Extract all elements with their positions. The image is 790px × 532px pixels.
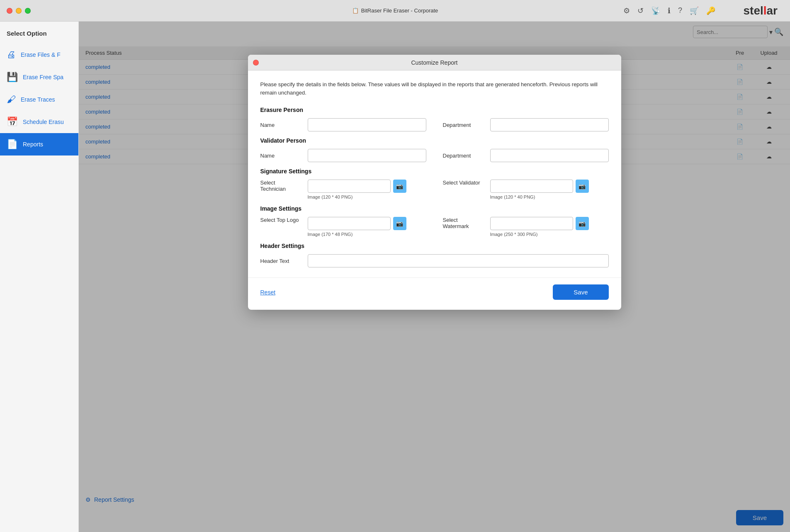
- key-icon[interactable]: 🔑: [706, 6, 715, 15]
- technician-hint: Image (120 * 40 PNG): [308, 194, 406, 199]
- image-section-title: Image Settings: [260, 205, 609, 212]
- erasure-name-label: Name: [260, 122, 302, 128]
- erasure-name-group: Name: [260, 118, 426, 131]
- info-icon[interactable]: ℹ: [668, 6, 671, 15]
- settings-icon[interactable]: ⚙: [623, 6, 630, 15]
- erasure-person-row: Name Department: [260, 118, 609, 131]
- erasure-dept-group: Department: [443, 118, 609, 131]
- header-text-label: Header Text: [260, 258, 302, 264]
- erasure-dept-label: Department: [443, 122, 484, 128]
- modal-description: Please specify the details in the fields…: [260, 80, 609, 97]
- modal-overlay: Customize Report Please specify the deta…: [79, 22, 790, 532]
- app-icon: 📋: [352, 7, 359, 14]
- reports-icon: 📄: [7, 139, 18, 150]
- validator-name-input[interactable]: [308, 149, 426, 162]
- technician-file-input[interactable]: [308, 180, 391, 193]
- sidebar-item-label: Erase Files & F: [21, 51, 61, 58]
- technician-input-row: 📷: [308, 180, 406, 193]
- watermark-file-input[interactable]: [490, 217, 573, 230]
- help-icon[interactable]: ?: [678, 6, 682, 15]
- top-logo-file-wrap: 📷 Image (170 * 48 PNG): [308, 217, 406, 237]
- watermark-file-wrap: 📷 Image (250 * 300 PNG): [490, 217, 589, 237]
- modal-save-button[interactable]: Save: [553, 284, 608, 300]
- header-text-row: Header Text: [260, 254, 609, 267]
- reset-button[interactable]: Reset: [260, 289, 276, 296]
- refresh-icon[interactable]: ↺: [637, 6, 644, 15]
- top-logo-hint: Image (170 * 48 PNG): [308, 232, 406, 237]
- header-section-title: Header Settings: [260, 243, 609, 249]
- main-content: ▾ 🔍 Process Status Pre Upload completed …: [79, 22, 790, 532]
- sidebar-heading: Select Option: [0, 30, 78, 44]
- modal-body: Please specify the details in the fields…: [248, 70, 621, 277]
- watermark-group: Select Watermark 📷 Image (250 * 300 PNG): [443, 217, 609, 237]
- sidebar-item-schedule-erase[interactable]: 📅 Schedule Erasu: [0, 111, 78, 133]
- titlebar: 📋 BitRaser File Eraser - Corporate ⚙ ↺ 📡…: [0, 0, 790, 22]
- toolbar: ⚙ ↺ 📡 ℹ ? 🛒 🔑: [623, 6, 715, 15]
- validator-name-label: Name: [260, 153, 302, 159]
- validator-name-group: Name: [260, 149, 426, 162]
- app-body: Select Option 🖨 Erase Files & F 💾 Erase …: [0, 22, 790, 532]
- top-logo-browse-button[interactable]: 📷: [393, 217, 406, 230]
- sidebar-item-erase-files[interactable]: 🖨 Erase Files & F: [0, 44, 78, 66]
- validator-hint: Image (120 * 40 PNG): [490, 194, 589, 199]
- window-controls: [7, 8, 31, 14]
- schedule-icon: 📅: [7, 117, 18, 127]
- sidebar-item-label: Erase Traces: [21, 96, 55, 103]
- customize-report-modal: Customize Report Please specify the deta…: [248, 55, 621, 310]
- validator-person-row: Name Department: [260, 149, 609, 162]
- technician-label: Select Technician: [260, 180, 302, 192]
- validator-dept-input[interactable]: [490, 149, 609, 162]
- technician-file-wrap: 📷 Image (120 * 40 PNG): [308, 180, 406, 199]
- validator-dept-label: Department: [443, 153, 484, 159]
- modal-titlebar: Customize Report: [248, 55, 621, 70]
- sidebar-item-label: Erase Free Spa: [23, 74, 63, 80]
- sidebar-item-erase-free-space[interactable]: 💾 Erase Free Spa: [0, 66, 78, 88]
- watermark-hint: Image (250 * 300 PNG): [490, 232, 589, 237]
- validator-dept-group: Department: [443, 149, 609, 162]
- top-logo-file-input[interactable]: [308, 217, 391, 230]
- top-logo-label: Select Top Logo: [260, 217, 302, 223]
- watermark-label: Select Watermark: [443, 217, 484, 229]
- technician-file-group: Select Technician 📷 Image (120 * 40 PNG): [260, 180, 426, 199]
- sidebar-item-label: Reports: [23, 141, 43, 148]
- validator-browse-button[interactable]: 📷: [576, 180, 589, 193]
- validator-person-section-title: Validator Person: [260, 137, 609, 144]
- erase-traces-icon: 🖌: [7, 94, 16, 105]
- erase-space-icon: 💾: [7, 72, 18, 83]
- maximize-button[interactable]: [25, 8, 31, 14]
- sidebar-item-erase-traces[interactable]: 🖌 Erase Traces: [0, 88, 78, 111]
- stellar-logo: stellar: [744, 4, 778, 17]
- watermark-input-row: 📷: [490, 217, 589, 230]
- signature-row: Select Technician 📷 Image (120 * 40 PNG)…: [260, 180, 609, 199]
- erasure-dept-input[interactable]: [490, 118, 609, 131]
- close-button[interactable]: [7, 8, 12, 14]
- sidebar-item-reports[interactable]: 📄 Reports: [0, 133, 78, 155]
- modal-footer: Reset Save: [248, 277, 621, 310]
- top-logo-input-row: 📷: [308, 217, 406, 230]
- validator-file-group: Select Validator 📷 Image (120 * 40 PNG): [443, 180, 609, 199]
- validator-sig-label: Select Validator: [443, 180, 484, 186]
- validator-input-row: 📷: [490, 180, 589, 193]
- erasure-person-section-title: Erasure Person: [260, 107, 609, 113]
- cart-icon[interactable]: 🛒: [690, 6, 699, 15]
- validator-file-input[interactable]: [490, 180, 573, 193]
- minimize-button[interactable]: [16, 8, 22, 14]
- top-logo-group: Select Top Logo 📷 Image (170 * 48 PNG): [260, 217, 426, 237]
- image-row: Select Top Logo 📷 Image (170 * 48 PNG) S…: [260, 217, 609, 237]
- header-text-input[interactable]: [308, 254, 609, 267]
- watermark-browse-button[interactable]: 📷: [576, 217, 589, 230]
- erasure-name-input[interactable]: [308, 118, 426, 131]
- signature-section-title: Signature Settings: [260, 168, 609, 175]
- validator-file-wrap: 📷 Image (120 * 40 PNG): [490, 180, 589, 199]
- modal-title: Customize Report: [411, 59, 457, 66]
- technician-browse-button[interactable]: 📷: [393, 180, 406, 193]
- app-title: 📋 BitRaser File Eraser - Corporate: [352, 7, 438, 14]
- network-icon[interactable]: 📡: [651, 6, 660, 15]
- modal-close-button[interactable]: [253, 60, 259, 66]
- sidebar-item-label: Schedule Erasu: [23, 119, 64, 125]
- sidebar: Select Option 🖨 Erase Files & F 💾 Erase …: [0, 22, 79, 532]
- erase-files-icon: 🖨: [7, 49, 16, 60]
